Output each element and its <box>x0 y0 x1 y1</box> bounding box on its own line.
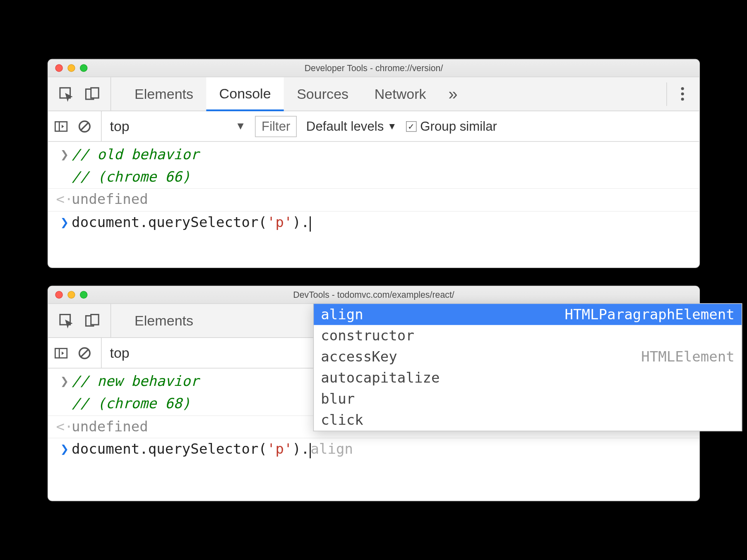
ac-type: HTMLElement <box>641 349 735 365</box>
group-similar-toggle[interactable]: ✓ Group similar <box>406 119 497 134</box>
filter-input[interactable]: Filter <box>255 116 297 137</box>
console-output: ❯ // old behavior // (chrome 66) <· unde… <box>48 142 699 268</box>
svg-line-15 <box>81 349 88 357</box>
comment-line: // (chrome 66) <box>72 169 190 185</box>
ac-type: HTMLParagraphElement <box>564 306 734 323</box>
comment-line: // (chrome 68) <box>72 395 190 412</box>
ac-name: blur <box>321 391 355 407</box>
ac-name: constructor <box>321 328 414 344</box>
window-title: DevTools - todomvc.com/examples/react/ <box>48 290 699 300</box>
maximize-icon[interactable] <box>80 291 87 299</box>
autocomplete-popup[interactable]: align HTMLParagraphElement constructor a… <box>313 304 742 432</box>
clear-console-icon[interactable] <box>77 346 91 360</box>
dropdown-caret-icon: ▼ <box>235 120 245 132</box>
svg-marker-5 <box>61 124 64 128</box>
minimize-icon[interactable] <box>67 291 75 299</box>
device-icon[interactable] <box>84 313 100 328</box>
ac-name: click <box>321 412 363 429</box>
ac-name: accessKey <box>321 349 397 365</box>
maximize-icon[interactable] <box>80 64 87 72</box>
autocomplete-item[interactable]: autocapitalize <box>314 368 742 389</box>
tab-elements[interactable]: Elements <box>121 77 206 111</box>
svg-marker-13 <box>61 352 64 355</box>
devtools-window-old: Developer Tools - chrome://version/ Elem… <box>47 59 699 268</box>
devtools-tabbar: Elements Console Sources Network » <box>48 77 699 111</box>
autocomplete-item[interactable]: constructor <box>314 325 742 346</box>
dropdown-caret-icon: ▼ <box>387 121 396 132</box>
tab-elements[interactable]: Elements <box>121 304 206 337</box>
context-selector[interactable]: top ▼ <box>101 111 246 141</box>
titlebar[interactable]: DevTools - todomvc.com/examples/react/ <box>48 287 699 304</box>
svg-rect-10 <box>91 314 98 325</box>
close-icon[interactable] <box>55 291 62 299</box>
minimize-icon[interactable] <box>67 64 75 72</box>
console-input[interactable]: document.querySelector('p').align <box>72 440 690 459</box>
input-chevron-icon: ❯ <box>58 372 72 392</box>
svg-rect-2 <box>91 88 98 98</box>
svg-rect-11 <box>55 348 67 358</box>
svg-rect-3 <box>55 122 67 131</box>
ac-name: align <box>321 306 363 323</box>
ac-name: autocapitalize <box>321 370 440 386</box>
autocomplete-ghost: align <box>310 441 353 457</box>
prompt-chevron-icon: ❯ <box>58 213 72 232</box>
titlebar[interactable]: Developer Tools - chrome://version/ <box>48 60 699 77</box>
inspect-icon[interactable] <box>58 313 74 328</box>
tab-network[interactable]: Network <box>361 77 439 111</box>
close-icon[interactable] <box>55 64 62 72</box>
context-label: top <box>110 118 129 134</box>
clear-console-icon[interactable] <box>77 119 91 133</box>
comment-line: // old behavior <box>72 146 199 163</box>
checkbox-icon[interactable]: ✓ <box>406 121 417 132</box>
input-chevron-icon: ❯ <box>58 145 72 165</box>
result-value: undefined <box>72 191 148 208</box>
result-value: undefined <box>72 418 148 435</box>
comment-line: // new behavior <box>72 373 199 390</box>
output-chevron-icon: <· <box>58 417 72 437</box>
context-selector[interactable]: top <box>101 338 130 368</box>
sidebar-toggle-icon[interactable] <box>54 119 68 133</box>
autocomplete-item[interactable]: accessKey HTMLElement <box>314 346 742 367</box>
log-levels-selector[interactable]: Default levels ▼ <box>306 119 396 134</box>
tab-console[interactable]: Console <box>206 77 284 111</box>
prompt-chevron-icon: ❯ <box>58 440 72 459</box>
autocomplete-item[interactable]: click <box>314 410 742 431</box>
kebab-menu-icon[interactable] <box>676 87 689 101</box>
sidebar-toggle-icon[interactable] <box>54 346 68 360</box>
autocomplete-item[interactable]: blur <box>314 389 742 410</box>
more-tabs-icon[interactable]: » <box>439 77 467 111</box>
tab-sources[interactable]: Sources <box>283 77 361 111</box>
device-icon[interactable] <box>84 86 100 102</box>
console-toolbar: top ▼ Filter Default levels ▼ ✓ Group si… <box>48 111 699 142</box>
output-chevron-icon: <· <box>58 190 72 210</box>
window-title: Developer Tools - chrome://version/ <box>48 63 699 73</box>
levels-label: Default levels <box>306 119 384 134</box>
context-label: top <box>110 345 129 361</box>
svg-line-7 <box>81 123 88 130</box>
console-input[interactable]: document.querySelector('p'). <box>72 213 690 232</box>
inspect-icon[interactable] <box>58 86 74 102</box>
autocomplete-item[interactable]: align HTMLParagraphElement <box>314 304 742 325</box>
group-label: Group similar <box>420 119 497 134</box>
